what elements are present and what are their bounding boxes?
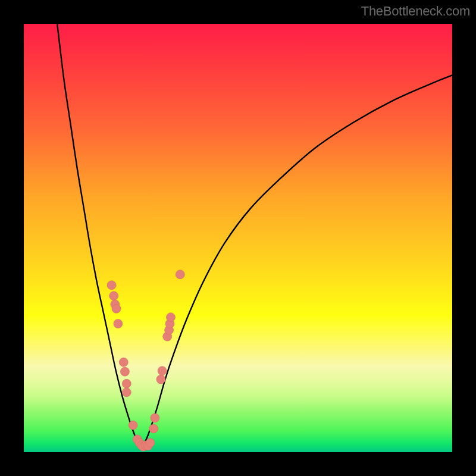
data-point [156,375,165,384]
data-point [158,367,167,375]
data-point [151,414,159,422]
data-point [129,421,137,430]
chart-frame: TheBottleneck.com [0,0,476,476]
data-point [114,320,123,328]
watermark-text: TheBottleneck.com [361,4,470,19]
data-point [109,292,118,300]
data-point [146,439,155,447]
data-point [176,270,184,279]
data-point [166,313,175,322]
chart-overlay [24,24,452,452]
plot-area [24,24,452,452]
curve-right-branch [142,75,452,449]
data-point [119,358,128,367]
data-points-group [107,270,184,451]
data-point [120,367,129,376]
data-point [107,281,116,290]
data-point [149,424,158,433]
data-point [122,388,131,397]
data-point [112,304,121,313]
data-point [122,379,131,388]
